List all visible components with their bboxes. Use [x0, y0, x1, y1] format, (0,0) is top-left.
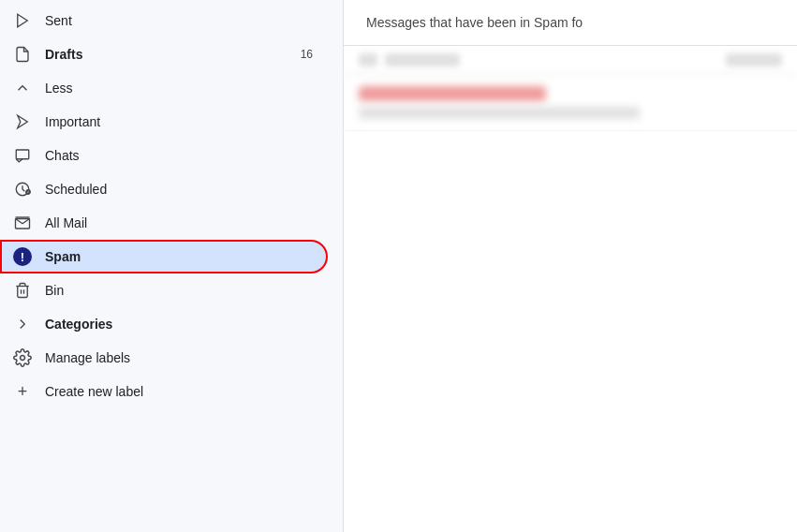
scheduled-icon	[11, 178, 34, 200]
sidebar-item-label: Chats	[45, 148, 313, 163]
bin-icon	[11, 279, 34, 302]
sidebar-item-label: Important	[45, 114, 313, 129]
send-icon	[11, 9, 34, 32]
sidebar-item-label: Bin	[45, 283, 313, 298]
sidebar-item-label: All Mail	[45, 215, 313, 230]
svg-point-11	[21, 356, 25, 361]
sidebar-item-label: Manage labels	[45, 350, 313, 365]
sidebar-item-less[interactable]: Less	[0, 71, 328, 105]
sidebar-item-all-mail[interactable]: All Mail	[0, 206, 328, 240]
spam-notice-text: Messages that have been in Spam fo	[366, 15, 583, 30]
email-list-header	[344, 46, 797, 75]
plus-icon: +	[11, 380, 34, 403]
svg-rect-2	[16, 150, 29, 159]
email-row-1	[344, 75, 797, 131]
email-subject-blurred	[359, 107, 640, 119]
sidebar-item-important[interactable]: Important	[0, 105, 328, 139]
sidebar-item-create-label[interactable]: + Create new label	[0, 375, 328, 408]
sidebar-item-label: Categories	[45, 317, 313, 332]
blurred-header-3	[726, 53, 782, 66]
chevron-up-icon	[11, 77, 34, 99]
sidebar-item-label: Scheduled	[45, 182, 313, 197]
gear-icon	[11, 347, 34, 369]
blurred-header-1	[359, 53, 377, 66]
sidebar-item-label: Drafts	[45, 47, 301, 62]
sidebar-item-label: Create new label	[45, 384, 313, 399]
spam-notice-bar: Messages that have been in Spam fo	[344, 0, 797, 46]
sidebar-item-manage-labels[interactable]: Manage labels	[0, 341, 328, 375]
important-icon	[11, 111, 34, 133]
sidebar-item-label: Sent	[45, 13, 313, 28]
drafts-count: 16	[301, 48, 313, 61]
main-content: Messages that have been in Spam fo	[343, 0, 797, 532]
sidebar-item-label: Less	[45, 81, 313, 96]
allmail-icon	[11, 212, 34, 234]
chats-icon	[11, 144, 34, 167]
sidebar-item-spam[interactable]: ! Spam	[0, 240, 328, 273]
categories-expand-icon	[11, 313, 34, 335]
sidebar-item-scheduled[interactable]: Scheduled	[0, 172, 328, 206]
sidebar-item-drafts[interactable]: Drafts 16	[0, 37, 328, 71]
sidebar-item-bin[interactable]: Bin	[0, 273, 328, 307]
sidebar-item-label: Spam	[45, 249, 313, 264]
sidebar: Sent Drafts 16 Less Important	[0, 0, 343, 532]
svg-point-4	[26, 190, 31, 195]
email-sender-blurred	[359, 86, 546, 101]
svg-marker-0	[18, 14, 28, 27]
spam-icon: !	[11, 245, 34, 268]
sidebar-item-categories[interactable]: Categories	[0, 307, 328, 341]
drafts-icon	[11, 43, 34, 66]
sidebar-item-sent[interactable]: Sent	[0, 4, 328, 37]
sidebar-item-chats[interactable]: Chats	[0, 139, 328, 172]
svg-marker-1	[18, 115, 28, 128]
blurred-header-2	[385, 53, 460, 66]
